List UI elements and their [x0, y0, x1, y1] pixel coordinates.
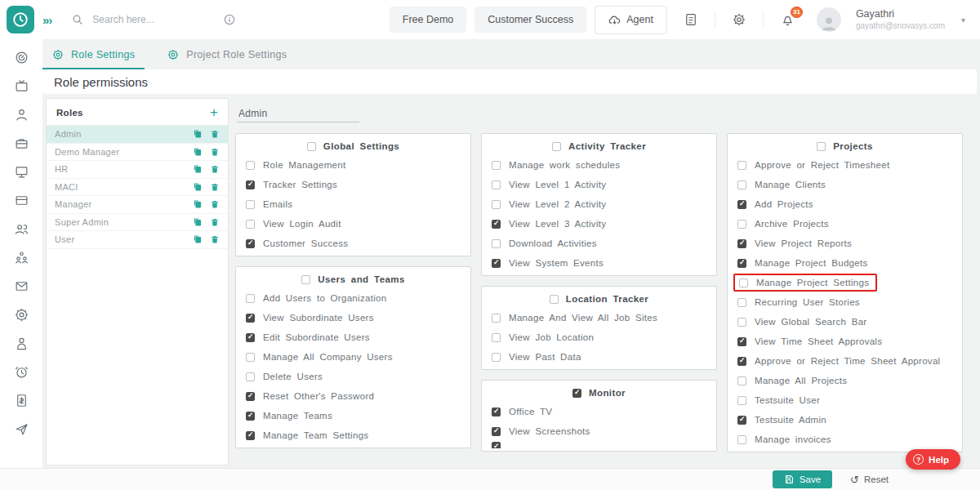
permission-checkbox[interactable] — [737, 318, 746, 327]
permission-checkbox[interactable] — [737, 239, 746, 248]
role-list-item-super-admin[interactable]: Super Admin — [47, 214, 228, 232]
tab-role-settings[interactable]: Role Settings — [52, 39, 135, 69]
user-menu-caret-icon[interactable]: ▾ — [961, 16, 965, 24]
permission-checkbox[interactable] — [737, 376, 746, 385]
delete-role-icon[interactable] — [210, 147, 220, 157]
permission-checkbox[interactable] — [246, 180, 255, 189]
permission-checkbox[interactable] — [492, 200, 501, 209]
role-list-item-demo-manager[interactable]: Demo Manager — [47, 144, 228, 162]
help-button[interactable]: ? Help — [906, 449, 960, 470]
role-name-input[interactable] — [237, 105, 359, 122]
card-icon[interactable] — [14, 193, 29, 208]
delete-role-icon[interactable] — [210, 129, 220, 139]
duplicate-role-icon[interactable] — [193, 182, 203, 192]
mail-icon[interactable] — [14, 278, 29, 294]
permission-checkbox[interactable] — [246, 372, 255, 381]
permission-checkbox[interactable] — [739, 278, 748, 287]
group-checkbox[interactable] — [307, 142, 316, 151]
person-icon[interactable] — [14, 107, 29, 122]
permission-checkbox[interactable] — [492, 239, 501, 248]
permission-checkbox[interactable] — [492, 314, 501, 323]
permission-checkbox[interactable] — [492, 408, 501, 416]
team-icon[interactable] — [14, 250, 29, 265]
permission-checkbox[interactable] — [246, 353, 255, 362]
permission-checkbox[interactable] — [737, 220, 746, 229]
permission-checkbox[interactable] — [246, 200, 255, 209]
agent-button[interactable]: Agent — [595, 6, 667, 34]
monitor-icon[interactable] — [14, 164, 29, 180]
add-role-button[interactable]: + — [210, 108, 218, 118]
permission-checkbox[interactable] — [246, 412, 255, 421]
briefcase-icon[interactable] — [14, 136, 29, 151]
delete-role-icon[interactable] — [210, 182, 220, 192]
permission-checkbox[interactable] — [492, 442, 501, 448]
permission-checkbox[interactable] — [492, 353, 501, 362]
permission-checkbox[interactable] — [246, 161, 255, 170]
duplicate-role-icon[interactable] — [193, 199, 203, 209]
permission-checkbox[interactable] — [246, 239, 255, 248]
permission-checkbox[interactable] — [737, 416, 746, 425]
permission-checkbox[interactable] — [246, 294, 255, 303]
permission-checkbox[interactable] — [492, 220, 501, 229]
role-list-item-hr[interactable]: HR — [47, 161, 228, 179]
delete-role-icon[interactable] — [210, 217, 220, 227]
permission-checkbox[interactable] — [492, 180, 501, 189]
role-list-item-user[interactable]: User — [47, 231, 228, 249]
permission-checkbox[interactable] — [737, 180, 746, 189]
duplicate-role-icon[interactable] — [193, 147, 203, 157]
group-checkbox[interactable] — [817, 142, 826, 151]
permission-checkbox[interactable] — [737, 357, 746, 366]
sidebar-expand-icon[interactable]: »› — [42, 13, 51, 27]
permission-checkbox[interactable] — [492, 259, 501, 268]
alarm-icon[interactable] — [14, 364, 29, 380]
user-info[interactable]: Gayathri gayathri@snovasys.com — [856, 8, 945, 31]
permission-checkbox[interactable] — [492, 333, 501, 342]
info-icon[interactable] — [223, 13, 236, 26]
permission-checkbox[interactable] — [246, 314, 255, 323]
group-checkbox[interactable] — [550, 295, 559, 304]
delete-role-icon[interactable] — [210, 164, 220, 174]
permission-checkbox[interactable] — [246, 333, 255, 342]
group-checkbox[interactable] — [572, 389, 581, 398]
group-checkbox[interactable] — [552, 142, 561, 151]
send-icon[interactable] — [14, 421, 29, 437]
dashboard-icon[interactable] — [14, 50, 29, 65]
permission-checkbox[interactable] — [246, 220, 255, 229]
group-checkbox[interactable] — [301, 275, 310, 284]
settings-gear-icon[interactable] — [724, 9, 755, 30]
user-badge-icon[interactable] — [14, 336, 29, 351]
permission-checkbox[interactable] — [246, 431, 255, 440]
duplicate-role-icon[interactable] — [193, 164, 203, 174]
notifications-bell-icon[interactable]: 31 — [772, 9, 804, 31]
customer-success-button[interactable]: Customer Success — [474, 7, 586, 33]
permission-checkbox[interactable] — [737, 259, 746, 268]
duplicate-role-icon[interactable] — [193, 217, 203, 227]
delete-role-icon[interactable] — [210, 234, 220, 244]
permission-checkbox[interactable] — [737, 337, 746, 346]
tv-icon[interactable] — [14, 78, 29, 94]
invoice-icon[interactable] — [14, 393, 29, 408]
permission-checkbox[interactable] — [737, 161, 746, 170]
permission-checkbox[interactable] — [246, 392, 255, 401]
permission-checkbox[interactable] — [737, 200, 746, 209]
tab-project-role-settings[interactable]: Project Role Settings — [167, 39, 287, 69]
duplicate-role-icon[interactable] — [193, 129, 203, 139]
free-demo-button[interactable]: Free Demo — [390, 7, 467, 33]
search-input[interactable] — [92, 14, 215, 25]
people-icon[interactable] — [14, 221, 29, 237]
permission-checkbox[interactable] — [492, 427, 501, 436]
duplicate-role-icon[interactable] — [193, 234, 203, 244]
permission-checkbox[interactable] — [737, 435, 746, 444]
reset-button[interactable]: ↺ Reset — [840, 470, 898, 490]
delete-role-icon[interactable] — [210, 199, 220, 209]
user-avatar[interactable] — [817, 7, 841, 32]
permission-checkbox[interactable] — [737, 396, 746, 405]
permission-checkbox[interactable] — [737, 298, 746, 307]
gear-icon[interactable] — [14, 307, 29, 323]
role-list-item-manager[interactable]: Manager — [47, 196, 228, 214]
save-button[interactable]: Save — [773, 470, 832, 488]
role-list-item-admin[interactable]: Admin — [47, 126, 228, 144]
document-icon[interactable] — [675, 9, 706, 30]
app-logo-icon[interactable] — [7, 6, 34, 33]
role-list-item-maci[interactable]: MACI — [47, 179, 228, 197]
